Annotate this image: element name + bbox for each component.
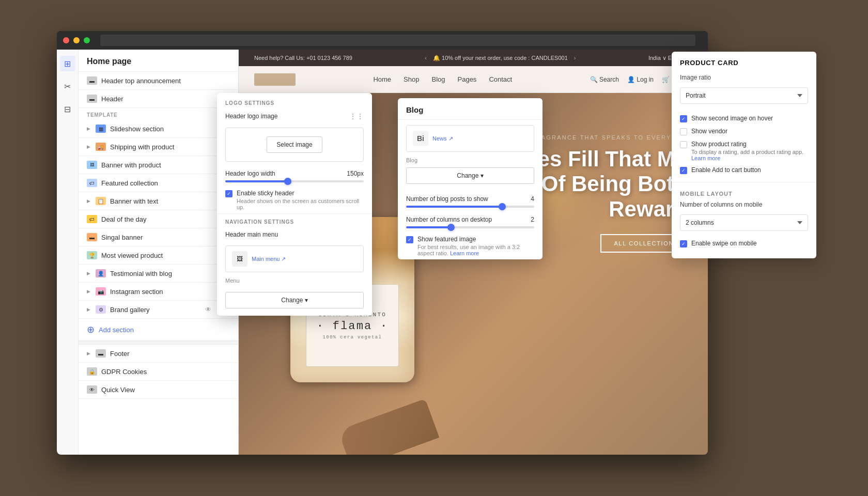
shipping-icon: 🚚 — [96, 143, 106, 151]
quickview-label: Quick View — [101, 386, 135, 394]
add-to-cart-checkbox[interactable]: ✓ — [680, 167, 687, 174]
featured-learn-more[interactable]: Learn more — [450, 250, 479, 256]
panel-divider — [672, 182, 816, 182]
deal-label: Deal of the day — [101, 215, 146, 223]
menu-item-row: 🖼 Main menu ↗ — [225, 245, 364, 272]
nav-home[interactable]: Home — [373, 75, 391, 83]
url-bar[interactable] — [100, 35, 695, 46]
sidebar-title: Home page — [79, 50, 238, 72]
sidebar-item-footer[interactable]: ▶ ▬ Footer — [79, 345, 238, 363]
blog-posts-fill — [406, 206, 502, 208]
nav-contact[interactable]: Contact — [489, 75, 512, 83]
sidebar-item-testimonial[interactable]: ▶ 👤 Testimonial with blog — [79, 265, 238, 283]
eye-icon[interactable]: 👁 — [205, 306, 211, 313]
menu-name[interactable]: Main menu ↗ — [252, 256, 286, 262]
vendor-checkbox[interactable] — [680, 128, 687, 135]
vendor-label: Show vendor — [691, 128, 727, 135]
most-viewed-icon: 🏆 — [87, 251, 97, 259]
sidebar-item-brand[interactable]: ▶ ⚙ Brand gallery 👁 ⋮⋮ — [79, 301, 238, 319]
featured-image-checkbox[interactable]: ✓ — [406, 236, 413, 243]
add-section-label: Add section — [99, 326, 134, 334]
login-action[interactable]: 👤 Log in — [627, 76, 654, 83]
testimonial-icon: 👤 — [96, 269, 106, 277]
banner-product-icon: 🖼 — [87, 161, 97, 169]
header-top-label: Header top announcement — [101, 77, 181, 85]
browser-chrome — [57, 31, 708, 50]
image-ratio-label: Image ratio — [672, 72, 816, 85]
close-dot[interactable] — [63, 37, 69, 43]
image-ratio-select[interactable]: Portrait Landscape Square Natural — [680, 87, 808, 104]
blog-posts-thumb[interactable] — [499, 203, 506, 210]
logo-width-track[interactable] — [225, 180, 364, 182]
sidebar-item-header[interactable]: ▬ Header — [79, 90, 238, 108]
logo-width-thumb[interactable] — [284, 178, 291, 185]
blog-source-name[interactable]: News ↗ — [432, 135, 453, 142]
featured-icon: 🏷 — [87, 179, 97, 187]
sidebar-icon-tools[interactable]: ✂ — [60, 79, 75, 94]
search-action[interactable]: 🔍 Search — [590, 76, 619, 83]
most-viewed-label: Most viewed product — [101, 252, 163, 259]
expand-icon: ▶ — [87, 126, 90, 131]
change-blog-button[interactable]: Change ▾ — [406, 167, 534, 184]
featured-image-label: Show featured image — [417, 236, 534, 243]
candle-brand: · flama · — [317, 320, 389, 333]
nav-pages[interactable]: Pages — [458, 75, 477, 83]
swipe-checkbox[interactable]: ✓ — [680, 240, 687, 247]
gdpr-label: GDPR Cookies — [101, 368, 147, 376]
sticky-label: Enable sticky header — [237, 190, 364, 197]
footer-label: Footer — [110, 350, 130, 358]
blog-source-row: Bi News ↗ — [406, 125, 534, 152]
blog-panel: Blog Bi News ↗ Blog Change ▾ Number of b… — [398, 98, 542, 259]
sidebar-item-featured[interactable]: 🏷 Featured collection — [79, 174, 238, 192]
rating-learn-more[interactable]: Learn more — [691, 155, 720, 161]
maximize-dot[interactable] — [84, 37, 90, 43]
featured-image-note: For best results, use an image with a 3:… — [417, 244, 534, 256]
shipping-label: Shipping with product — [110, 143, 174, 151]
sidebar-item-header-top[interactable]: ▬ Header top announcement — [79, 72, 238, 90]
sidebar-icon-grid[interactable]: ⊟ — [60, 101, 75, 117]
sidebar-item-banner-product[interactable]: 🖼 Banner with product — [79, 156, 238, 174]
header-icon: ▬ — [87, 95, 97, 103]
blog-columns-fill — [406, 226, 451, 228]
sidebar-item-gdpr[interactable]: 🔒 GDPR Cookies — [79, 363, 238, 381]
second-image-checkbox[interactable]: ✓ — [680, 115, 687, 122]
change-menu-button[interactable]: Change ▾ — [225, 292, 364, 308]
menu-icon: 🖼 — [232, 251, 247, 267]
blog-posts-track[interactable] — [406, 206, 534, 208]
brand-label: Brand gallery — [110, 306, 150, 314]
sidebar-item-instagram[interactable]: ▶ 📷 Instagram section — [79, 283, 238, 301]
sticky-checkbox[interactable]: ✓ — [225, 190, 233, 197]
testimonial-label: Testimonial with blog — [110, 270, 172, 277]
logo-settings-panel: LOGO SETTINGS Header logo image ⋮⋮ Selec… — [217, 93, 372, 316]
store-nav: Home Shop Blog Pages Contact 🔍 Search 👤 … — [239, 66, 708, 93]
nav-shop[interactable]: Shop — [404, 75, 419, 83]
sidebar-item-singal[interactable]: ▬ Singal banner — [79, 228, 238, 246]
sidebar-item-shipping[interactable]: ▶ 🚚 Shipping with product — [79, 138, 238, 156]
sidebar-item-most-viewed[interactable]: 🏆 Most viewed product — [79, 246, 238, 265]
columns-mobile-select[interactable]: 1 column 2 columns 3 columns — [680, 214, 808, 231]
nav-prev-icon[interactable]: ‹ — [425, 55, 427, 61]
product-card-title: PRODUCT CARD — [672, 52, 816, 72]
sidebar-item-deal[interactable]: 🏷 Deal of the day — [79, 210, 238, 228]
nav-blog[interactable]: Blog — [431, 75, 445, 83]
add-section-button[interactable]: ⊕ Add section — [79, 319, 238, 340]
sidebar-icon-pages[interactable]: ⊞ — [60, 56, 75, 71]
sidebar-item-quickview[interactable]: 👁 Quick View — [79, 381, 238, 399]
top-bar-center: 🔔 10% off your next order, use code : CA… — [433, 55, 568, 61]
sidebar-item-slideshow[interactable]: ▶ ▦ Slideshow section — [79, 120, 238, 138]
expand-icon: ▶ — [87, 271, 90, 276]
sidebar-item-banner-text[interactable]: ▶ 📋 Banner with text — [79, 192, 238, 210]
blog-columns-track[interactable] — [406, 226, 534, 228]
select-image-button[interactable]: Select image — [267, 136, 322, 153]
slideshow-label: Slideshow section — [110, 125, 164, 133]
minimize-dot[interactable] — [73, 37, 80, 43]
rating-checkbox[interactable] — [680, 141, 687, 148]
featured-image-row: ✓ Show featured image For best results, … — [398, 233, 542, 259]
blog-columns-value: 2 — [531, 216, 534, 223]
banner-text-label: Banner with text — [110, 197, 158, 205]
blog-columns-thumb[interactable] — [447, 224, 455, 231]
singal-icon: ▬ — [87, 233, 97, 241]
expand-icon: ▶ — [87, 144, 90, 149]
nav-next-icon[interactable]: › — [574, 55, 576, 61]
blog-panel-title: Blog — [398, 98, 542, 120]
